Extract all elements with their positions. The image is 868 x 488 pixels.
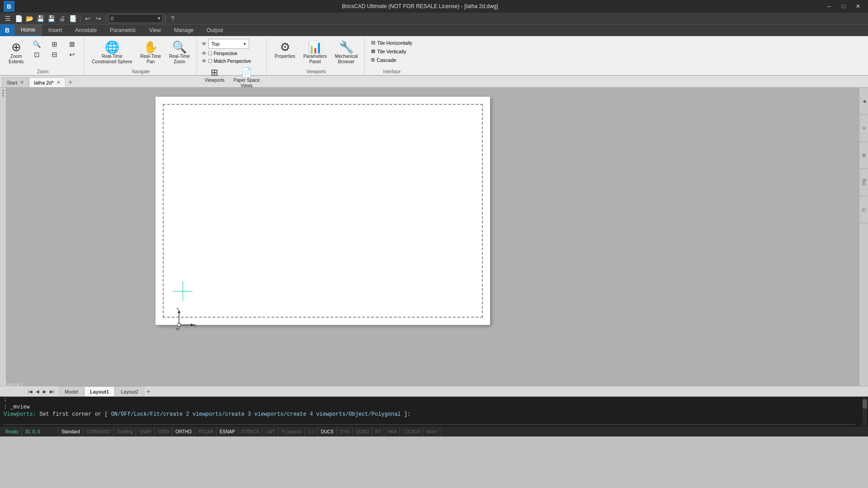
- menu-tab-annotate[interactable]: Annotate: [69, 24, 104, 36]
- qa-save-btn[interactable]: 💾: [35, 14, 45, 23]
- status-none[interactable]: None: [424, 427, 440, 436]
- tab-start[interactable]: Start ✕: [2, 77, 29, 87]
- view-dropdown[interactable]: Top ▾: [208, 39, 249, 49]
- viewports-icon: ⊞: [211, 68, 218, 77]
- command-input[interactable]: [4, 418, 855, 425]
- cmd-scrollbar[interactable]: [863, 398, 867, 426]
- tab-start-close[interactable]: ✕: [20, 80, 24, 85]
- cmd-options-text: ON/OFf/Lock/Fit/create 2 viewports/creat…: [111, 411, 401, 418]
- status-lwt[interactable]: LWT: [263, 427, 278, 436]
- interface-group-label: Interface: [369, 69, 414, 75]
- status-lockui[interactable]: LOCKUI: [401, 427, 423, 436]
- status-ducs[interactable]: DUCS: [318, 427, 337, 436]
- status-playout[interactable]: P:Layout1: [279, 427, 305, 436]
- cmd-scrollbar-thumb[interactable]: [863, 399, 867, 408]
- right-panel-properties[interactable]: ≡: [859, 115, 868, 142]
- close-button[interactable]: ✕: [852, 2, 864, 11]
- menu-tab-insert[interactable]: Insert: [42, 24, 69, 36]
- status-quad[interactable]: QUAD: [353, 427, 372, 436]
- properties-btn[interactable]: ⚙ Properties: [271, 39, 298, 61]
- right-panel-params[interactable]: f(x): [859, 169, 868, 196]
- status-scale[interactable]: 1:1: [306, 427, 318, 436]
- ribbon-group-zoom: ⊕ ZoomExtents 🔍 ⊞ ⊠ ⊡ ⊟ ↩ Zoom: [2, 38, 84, 75]
- qa-open-btn[interactable]: 📂: [24, 14, 34, 23]
- viewports-group-label: Viewports: [271, 69, 361, 75]
- tile-v-label: Tile Vertically: [377, 49, 406, 54]
- canvas-area[interactable]: Y X W: [6, 88, 859, 386]
- layer-dropdown-arrow: ▾: [158, 15, 160, 21]
- qa-print2-btn[interactable]: 📑: [68, 14, 78, 23]
- viewports-row: ⊞ Viewports 📄 Paper SpaceViews: [202, 66, 263, 91]
- zoom-dynamic-btn[interactable]: ⊠: [64, 39, 80, 49]
- right-panel-layers[interactable]: ⊞: [859, 142, 868, 169]
- parameters-panel-btn[interactable]: 📊 ParametersPanel: [300, 39, 330, 67]
- minimize-button[interactable]: –: [823, 2, 835, 11]
- menu-tab-parametric[interactable]: Parametric: [104, 24, 143, 36]
- zoom-group-content: ⊕ ZoomExtents 🔍 ⊞ ⊠ ⊡ ⊟ ↩: [5, 39, 80, 69]
- paper-space-views-btn[interactable]: 📄 Paper SpaceViews: [231, 66, 263, 91]
- tile-vertically-btn[interactable]: ⊠ Tile Vertically: [369, 47, 408, 55]
- menu-tab-output[interactable]: Output: [200, 24, 230, 36]
- status-standard-style[interactable]: Standard: [59, 427, 83, 436]
- layer-dropdown[interactable]: 0 ▾: [108, 14, 163, 23]
- constrained-label: Real-TimeConstrained Sphere: [92, 54, 132, 65]
- qa-help-btn[interactable]: ?: [168, 14, 178, 23]
- status-esnap[interactable]: ESNAP: [217, 427, 238, 436]
- tile-horizontally-btn[interactable]: ⊟ Tile Horizontally: [369, 39, 414, 47]
- zoom-center-btn[interactable]: ⊟: [46, 50, 62, 59]
- qa-saveas-btn[interactable]: 💾: [46, 14, 56, 23]
- ribbon: ⊕ ZoomExtents 🔍 ⊞ ⊠ ⊡ ⊟ ↩ Zoom 🌐: [0, 36, 868, 76]
- left-side-handle3: [2, 95, 4, 97]
- status-strack[interactable]: STRACK: [239, 427, 263, 436]
- qa-undo-btn[interactable]: ↩: [83, 14, 93, 23]
- tab-latha2d-close[interactable]: ✕: [57, 80, 61, 85]
- match-perspective-row: 👁 Match Perspective: [202, 58, 251, 64]
- zoom-extents-button[interactable]: ⊕ ZoomExtents: [5, 39, 27, 67]
- zoom-center-icon: ⊟: [52, 51, 57, 58]
- match-perspective-checkbox[interactable]: [208, 59, 212, 63]
- qa-redo-btn[interactable]: ↪: [94, 14, 104, 23]
- menu-tab-manage[interactable]: Manage: [168, 24, 200, 36]
- mechanical-browser-btn[interactable]: 🔧 MechanicalBrowser: [332, 39, 361, 67]
- layer-value: 0: [111, 16, 113, 21]
- right-panel-block[interactable]: ◫: [859, 196, 868, 223]
- menu-tab-view[interactable]: View: [143, 24, 168, 36]
- properties-label: Properties: [274, 54, 295, 59]
- qa-print-btn[interactable]: 🖨: [57, 14, 67, 23]
- zoom-prev-icon: ↩: [69, 51, 75, 58]
- window-title: BricsCAD Ultimate (NOT FOR RESALE Licens…: [17, 3, 823, 9]
- menu-tab-home[interactable]: Home: [14, 24, 42, 36]
- zoom-scale-btn[interactable]: ⊡: [28, 50, 45, 59]
- tab-latha2d[interactable]: latha 2d* ✕: [29, 77, 65, 87]
- status-snap[interactable]: SNAP: [137, 427, 155, 436]
- cascade-btn[interactable]: ⧉ Cascade: [369, 56, 398, 64]
- maximize-button[interactable]: □: [837, 2, 850, 11]
- realtime-zoom-btn[interactable]: 🔍 Real-TimeZoom: [166, 39, 193, 67]
- tab-new-button[interactable]: +: [66, 77, 75, 87]
- status-grid[interactable]: GRID: [155, 427, 172, 436]
- status-ortho[interactable]: ORTHO: [173, 427, 195, 436]
- qa-menu-btn[interactable]: ☰: [3, 14, 13, 23]
- status-drafting[interactable]: Drafting: [114, 427, 136, 436]
- perspective-checkbox[interactable]: [208, 52, 212, 55]
- cmd-line-cancel: Cancel: [4, 382, 864, 389]
- zoom-prev-btn[interactable]: ↩: [64, 50, 80, 59]
- status-rt[interactable]: RT: [373, 427, 384, 436]
- right-panel-collapse[interactable]: ◀: [859, 88, 868, 115]
- parameters-label: ParametersPanel: [303, 54, 327, 65]
- realtime-pan-btn[interactable]: ✋ Real-TimePan: [137, 39, 164, 67]
- qa-new-btn[interactable]: 📄: [14, 14, 24, 23]
- viewports-btn[interactable]: ⊞ Viewports: [202, 66, 228, 91]
- status-standard-text[interactable]: STANDARD: [84, 427, 114, 436]
- pan-icon: ✋: [143, 41, 158, 53]
- left-sidebar: [0, 88, 6, 386]
- status-hka[interactable]: HKA: [385, 427, 400, 436]
- status-polar[interactable]: POLAR: [195, 427, 217, 436]
- ribbon-group-interface: ⊟ Tile Horizontally ⊠ Tile Vertically ⧉ …: [366, 38, 418, 75]
- status-dyn[interactable]: DYN: [337, 427, 353, 436]
- ribbon-group-views: 👁 Top ▾ 👁 Perspective 👁 Match Perspectiv…: [198, 38, 267, 75]
- zoom-window-btn[interactable]: ⊞: [46, 39, 62, 49]
- app-menu-button[interactable]: B: [0, 24, 14, 36]
- zoom-in-btn[interactable]: 🔍: [28, 39, 45, 49]
- realtime-constrained-btn[interactable]: 🌐 Real-TimeConstrained Sphere: [89, 39, 135, 67]
